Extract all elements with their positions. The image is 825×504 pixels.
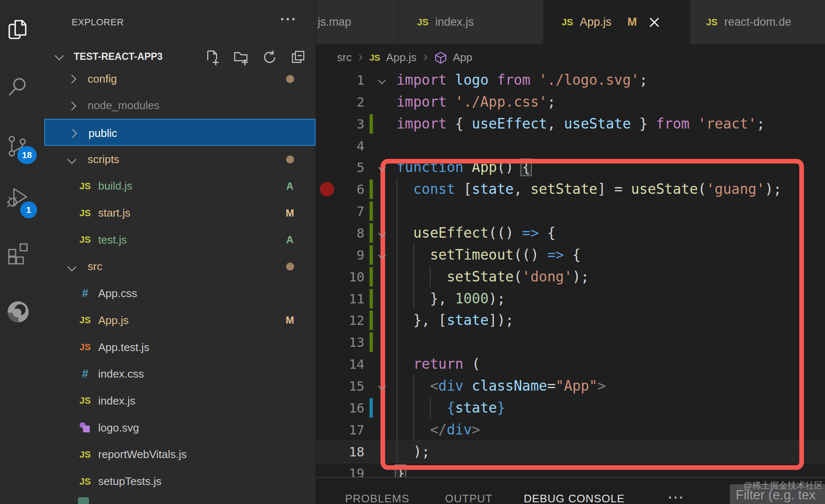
panel-tab-debug-console[interactable]: DEBUG CONSOLE: [524, 492, 625, 504]
tree-item-config[interactable]: config: [44, 65, 316, 92]
new-file-button[interactable]: [204, 49, 220, 65]
file-label: logo.svg: [98, 414, 139, 441]
panel-more-actions-button[interactable]: ···: [668, 491, 685, 504]
tree-item-logo.svg[interactable]: logo.svg: [44, 414, 316, 441]
line-number: 14: [333, 353, 364, 375]
tree-item-app.js[interactable]: JSApp.jsM: [44, 307, 316, 334]
file-tree: confignode_modulespublicscriptsJSbuild.j…: [44, 65, 316, 504]
folder-label: public: [88, 120, 117, 147]
explorer-more-actions-button[interactable]: ···: [280, 11, 297, 27]
partial-file-icon: [78, 497, 89, 504]
tab-label: react-dom.de: [724, 16, 791, 29]
chevron-down-icon: [67, 263, 76, 271]
js-file-icon: JS: [417, 17, 429, 28]
git-gutter-added: [370, 289, 373, 308]
line-number: 13: [333, 331, 364, 353]
tree-item-public[interactable]: public: [44, 119, 316, 146]
file-label: App.js: [98, 307, 129, 334]
breadcrumb-item[interactable]: App.js: [386, 51, 416, 64]
git-gutter-added: [370, 267, 373, 287]
folder-label: node_modules: [88, 92, 160, 119]
chevron-right-icon: [67, 102, 76, 110]
tab-index-js[interactable]: JSindex.js: [398, 0, 543, 44]
git-gutter-added: [370, 223, 373, 243]
line-number: 8: [333, 222, 364, 244]
svg-file-icon: [79, 421, 91, 434]
tree-item-index.js[interactable]: JSindex.js: [44, 387, 316, 414]
tree-item-app.test.js[interactable]: JSApp.test.js: [44, 334, 316, 361]
js-file-icon: JS: [80, 395, 91, 406]
source-control-view-button[interactable]: 18: [0, 128, 44, 166]
chevron-right-icon: [67, 75, 76, 83]
tab-js-map[interactable]: js.map: [316, 0, 398, 44]
scm-changes-badge: 18: [17, 146, 37, 164]
explorer-view-button[interactable]: [0, 11, 44, 48]
chevron-down-icon: [55, 51, 64, 60]
breadcrumb-item[interactable]: App: [453, 51, 472, 64]
tab-app-js[interactable]: JSApp.jsM: [543, 0, 690, 44]
line-number: 10: [333, 266, 364, 288]
code-line-2[interactable]: 2import './App.css';: [316, 91, 825, 113]
js-file-icon: JS: [706, 17, 718, 28]
js-file-icon: JS: [80, 208, 91, 219]
panel-tab-problems[interactable]: PROBLEMS: [345, 492, 410, 504]
search-view-button[interactable]: [0, 67, 44, 105]
tab-label: index.js: [435, 16, 474, 29]
git-status-badge: M: [280, 200, 300, 227]
js-file-icon: JS: [562, 17, 573, 28]
new-folder-button[interactable]: [233, 49, 249, 65]
git-gutter-added: [370, 114, 373, 134]
breadcrumb-separator: ›: [358, 49, 364, 66]
collapse-all-button[interactable]: [290, 49, 306, 65]
tree-item-app.css[interactable]: #App.css: [44, 280, 316, 307]
panel-tab-output[interactable]: OUTPUT: [445, 492, 493, 504]
breadcrumb[interactable]: src›JSApp.js›App: [337, 44, 472, 71]
browser-preview-button[interactable]: [0, 293, 44, 331]
code-line-3[interactable]: 3import { useEffect, useState } from 're…: [316, 113, 825, 135]
modified-dot-badge: [280, 253, 300, 280]
js-file-icon: JS: [80, 315, 91, 326]
tree-item-scripts[interactable]: scripts: [44, 146, 316, 173]
tab-label: App.js: [580, 16, 611, 29]
tree-item-src[interactable]: src: [44, 253, 316, 280]
code-editor[interactable]: 1import logo from './logo.svg';2import '…: [316, 71, 825, 477]
git-gutter-added: [370, 332, 373, 352]
tree-item-build.js[interactable]: JSbuild.jsA: [44, 173, 316, 200]
watermark-text: @稀土掘金技术社区: [743, 480, 823, 491]
explorer-title: EXPLORER: [72, 17, 124, 28]
line-number: 7: [333, 200, 364, 222]
explorer-sidebar: EXPLORER ··· TEST-REACT-APP3 confignode_…: [44, 0, 316, 504]
tree-item-start.js[interactable]: JSstart.jsM: [44, 200, 316, 227]
code-line-4[interactable]: 4: [316, 135, 825, 157]
code-line-1[interactable]: 1import logo from './logo.svg';: [316, 71, 825, 91]
git-status-badge: M: [280, 307, 300, 334]
folder-label: config: [88, 65, 117, 92]
tree-item-setuptests.js[interactable]: JSsetupTests.js: [44, 468, 316, 495]
code-text: import './App.css';: [396, 91, 556, 113]
breadcrumb-item[interactable]: src: [337, 51, 352, 64]
line-number: 19: [333, 462, 364, 477]
js-file-icon: JS: [80, 449, 91, 460]
run-debug-view-button[interactable]: 1: [0, 179, 44, 217]
refresh-icon[interactable]: [262, 49, 278, 65]
line-number: 4: [333, 135, 364, 157]
folder-label: src: [88, 253, 102, 280]
git-gutter-added: [370, 311, 373, 330]
line-number: 12: [333, 309, 364, 331]
symbol-cube-icon: [434, 51, 447, 64]
tree-item-test.js[interactable]: JStest.jsA: [44, 226, 316, 253]
tree-item-reportwebvitals.js[interactable]: JSreportWebVitals.js: [44, 441, 316, 468]
tab-react-dom-de[interactable]: JSreact-dom.de: [690, 0, 825, 44]
git-status-badge: A: [280, 226, 300, 253]
close-icon[interactable]: [648, 16, 660, 28]
fold-chevron-icon[interactable]: [378, 76, 386, 84]
css-file-icon: #: [82, 367, 88, 381]
line-number: 3: [333, 113, 364, 135]
tree-item-index.css[interactable]: #index.css: [44, 361, 316, 388]
code-text: import { useEffect, useState } from 'rea…: [396, 113, 765, 135]
breakpoint-icon[interactable]: [320, 182, 334, 196]
tree-item-node_modules[interactable]: node_modules: [44, 92, 316, 119]
file-label: test.js: [98, 226, 127, 253]
activity-bar: 18 1: [0, 0, 44, 504]
extensions-view-button[interactable]: [0, 234, 44, 272]
